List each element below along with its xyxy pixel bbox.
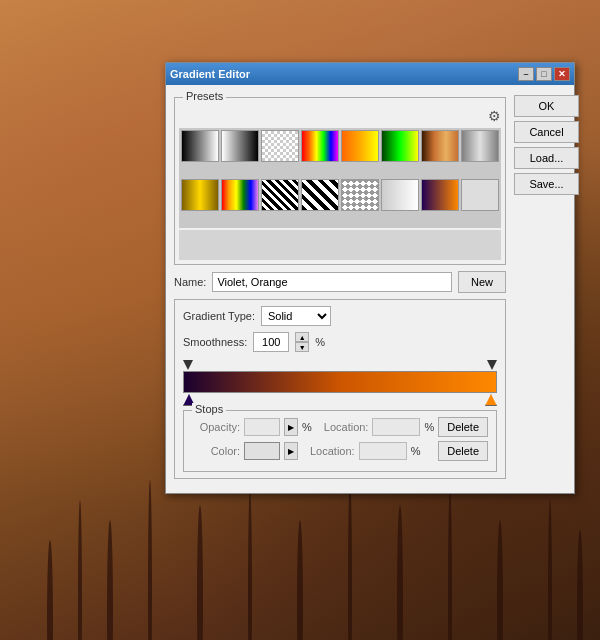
- type-row: Gradient Type: Solid: [183, 306, 497, 326]
- cancel-button[interactable]: Cancel: [514, 121, 579, 143]
- color-loc-input[interactable]: [359, 442, 407, 460]
- load-button[interactable]: Load...: [514, 147, 579, 169]
- left-panel: Presets ⚙: [174, 93, 506, 485]
- preset-bw-checker[interactable]: [301, 179, 339, 211]
- color-label: Color:: [192, 445, 240, 457]
- color-stop-right[interactable]: [485, 394, 497, 406]
- name-input[interactable]: [212, 272, 452, 292]
- presets-label: Presets: [183, 90, 226, 102]
- preset-green-yellow[interactable]: [381, 130, 419, 162]
- opacity-loc-label: Location:: [324, 421, 369, 433]
- gradient-bar[interactable]: [183, 371, 497, 393]
- color-loc-unit: %: [411, 445, 421, 457]
- preset-silver[interactable]: [461, 130, 499, 162]
- presets-grid: [179, 128, 501, 228]
- name-label: Name:: [174, 276, 206, 288]
- stops-group: Stops Opacity: ▶ % Location: % Delete: [183, 410, 497, 472]
- gradient-settings: Gradient Type: Solid Smoothness: ▲ ▼ %: [174, 299, 506, 479]
- gradient-type-select[interactable]: Solid: [261, 306, 331, 326]
- color-loc-label: Location:: [310, 445, 355, 457]
- smooth-row: Smoothness: ▲ ▼ %: [183, 332, 497, 352]
- preset-bw[interactable]: [181, 130, 219, 162]
- opacity-stop-right[interactable]: [487, 360, 497, 370]
- color-swatch[interactable]: [244, 442, 280, 460]
- stops-label: Stops: [192, 403, 226, 415]
- color-delete-button[interactable]: Delete: [438, 441, 488, 461]
- gradient-type-label: Gradient Type:: [183, 310, 255, 322]
- close-button[interactable]: ✕: [554, 67, 570, 81]
- title-bar: Gradient Editor – □ ✕: [166, 63, 574, 85]
- right-panel: OK Cancel Load... Save...: [514, 93, 579, 485]
- smoothness-percent: %: [315, 336, 325, 348]
- opacity-delete-button[interactable]: Delete: [438, 417, 488, 437]
- presets-scroll-area: [179, 230, 501, 260]
- color-stops-row: [183, 394, 497, 406]
- preset-wb[interactable]: [221, 130, 259, 162]
- preset-orange[interactable]: [341, 130, 379, 162]
- minimize-button[interactable]: –: [518, 67, 534, 81]
- gradient-editor-dialog: Gradient Editor – □ ✕ Presets ⚙: [165, 62, 575, 494]
- smoothness-input[interactable]: [253, 332, 289, 352]
- maximize-button[interactable]: □: [536, 67, 552, 81]
- preset-copper[interactable]: [421, 130, 459, 162]
- smoothness-label: Smoothness:: [183, 336, 247, 348]
- preset-checker[interactable]: [261, 130, 299, 162]
- save-button[interactable]: Save...: [514, 173, 579, 195]
- smoothness-stepper: ▲ ▼: [295, 332, 309, 352]
- opacity-loc-input[interactable]: [372, 418, 420, 436]
- color-stepper[interactable]: ▶: [284, 442, 298, 460]
- presets-header: ⚙: [179, 108, 501, 124]
- preset-checker2[interactable]: [341, 179, 379, 211]
- gear-icon[interactable]: ⚙: [488, 108, 501, 124]
- dialog-overlay: Gradient Editor – □ ✕ Presets ⚙: [0, 0, 600, 640]
- ok-button[interactable]: OK: [514, 95, 579, 117]
- opacity-stops-row: [183, 360, 497, 370]
- opacity-input[interactable]: [244, 418, 280, 436]
- name-row: Name: New: [174, 271, 506, 293]
- opacity-stepper[interactable]: ▶: [284, 418, 298, 436]
- gradient-bar-container: [183, 360, 497, 406]
- preset-diagonal[interactable]: [261, 179, 299, 211]
- preset-red[interactable]: [301, 130, 339, 162]
- preset-rainbow[interactable]: [221, 179, 259, 211]
- title-bar-buttons: – □ ✕: [518, 67, 570, 81]
- presets-group: Presets ⚙: [174, 97, 506, 265]
- preset-gold[interactable]: [181, 179, 219, 211]
- dialog-title: Gradient Editor: [170, 68, 250, 80]
- preset-checker3[interactable]: [461, 179, 499, 211]
- preset-transparent[interactable]: [381, 179, 419, 211]
- smoothness-up[interactable]: ▲: [295, 332, 309, 342]
- dialog-content: Presets ⚙: [166, 85, 574, 493]
- opacity-label: Opacity:: [192, 421, 240, 433]
- opacity-row: Opacity: ▶ % Location: % Delete: [192, 417, 488, 437]
- smoothness-down[interactable]: ▼: [295, 342, 309, 352]
- new-button[interactable]: New: [458, 271, 506, 293]
- opacity-loc-unit: %: [424, 421, 434, 433]
- color-row: Color: ▶ Location: % Delete: [192, 441, 488, 461]
- opacity-unit: %: [302, 421, 312, 433]
- opacity-stop-left[interactable]: [183, 360, 193, 370]
- preset-violet-orange[interactable]: [421, 179, 459, 211]
